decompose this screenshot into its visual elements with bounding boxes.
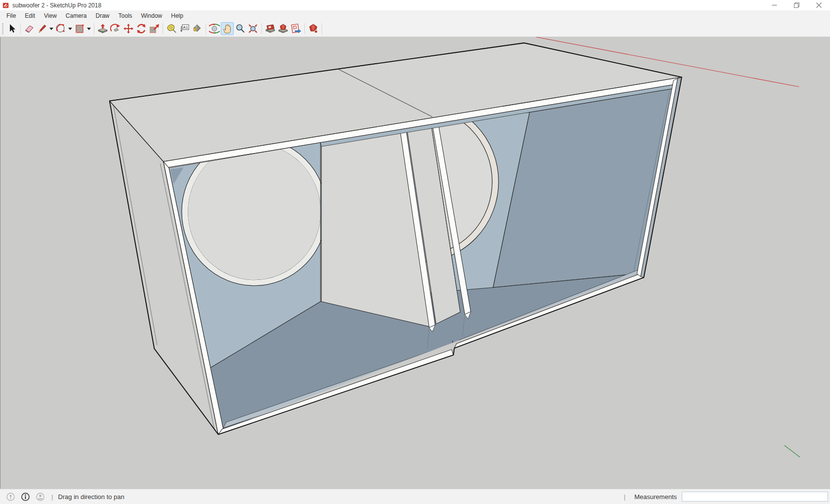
status-separator: | bbox=[624, 493, 625, 501]
push-pull-tool[interactable] bbox=[96, 22, 109, 35]
toolbar-grip[interactable] bbox=[2, 23, 3, 34]
rectangle-icon bbox=[74, 23, 85, 34]
share-model[interactable] bbox=[277, 22, 290, 35]
follow-me-tool[interactable] bbox=[109, 22, 122, 35]
select-tool[interactable] bbox=[5, 22, 18, 35]
magnifier-icon bbox=[235, 23, 246, 34]
layout-doc-icon bbox=[290, 23, 301, 34]
tape-measure-tool[interactable] bbox=[165, 22, 178, 35]
menu-view[interactable]: View bbox=[40, 11, 61, 20]
rectangle-tool-dropdown[interactable] bbox=[86, 22, 92, 35]
menu-camera[interactable]: Camera bbox=[61, 11, 91, 20]
scale-arrow-icon bbox=[149, 23, 160, 34]
status-hint: Drag in direction to pan bbox=[58, 493, 124, 501]
menu-file[interactable]: File bbox=[2, 11, 20, 20]
zoom-tool[interactable] bbox=[234, 22, 247, 35]
text-tool[interactable]: A1 bbox=[178, 22, 191, 35]
restore-icon bbox=[794, 2, 799, 8]
orbit-icon bbox=[209, 23, 220, 34]
modeling-viewport[interactable] bbox=[0, 37, 830, 489]
window-controls bbox=[763, 0, 830, 10]
toolbar-separator bbox=[261, 23, 262, 34]
info-icon[interactable] bbox=[21, 493, 30, 501]
text-a1-icon: A1 bbox=[179, 23, 190, 34]
menu-tools[interactable]: Tools bbox=[114, 11, 137, 20]
toolbar-separator bbox=[20, 23, 21, 34]
toolbar-separator bbox=[206, 23, 206, 34]
eraser-icon bbox=[24, 23, 35, 34]
menu-draw[interactable]: Draw bbox=[91, 11, 114, 20]
share-model-icon bbox=[278, 23, 289, 34]
move-arrows-icon bbox=[123, 23, 134, 34]
geolocation-icon[interactable] bbox=[6, 493, 15, 501]
menu-help[interactable]: Help bbox=[166, 11, 188, 20]
window-title: subwoofer 2 - SketchUp Pro 2018 bbox=[12, 2, 763, 9]
restore-button[interactable] bbox=[786, 0, 808, 10]
line-tool-dropdown[interactable] bbox=[48, 22, 54, 35]
measurements-label: Measurements bbox=[634, 493, 677, 501]
move-tool[interactable] bbox=[122, 22, 135, 35]
line-tool[interactable] bbox=[36, 22, 48, 35]
scale-tool[interactable] bbox=[148, 22, 161, 35]
zoom-extents-tool[interactable] bbox=[247, 22, 259, 35]
toolbar-separator bbox=[94, 23, 94, 34]
orbit-tool[interactable] bbox=[208, 22, 221, 35]
toolbar-separator bbox=[304, 23, 305, 34]
chevron-down-icon bbox=[68, 28, 72, 30]
extension-warehouse[interactable] bbox=[307, 22, 320, 35]
title-bar: subwoofer 2 - SketchUp Pro 2018 bbox=[0, 0, 830, 10]
pan-tool[interactable] bbox=[221, 22, 234, 35]
close-icon bbox=[816, 2, 822, 8]
menu-edit[interactable]: Edit bbox=[20, 11, 40, 20]
model-canvas[interactable] bbox=[0, 37, 830, 489]
arc-tool-dropdown[interactable] bbox=[67, 22, 73, 35]
rotate-arrows-icon bbox=[136, 23, 147, 34]
rotate-tool[interactable] bbox=[135, 22, 148, 35]
follow-me-icon bbox=[110, 23, 121, 34]
paint-bucket-icon bbox=[192, 23, 203, 34]
menu-window[interactable]: Window bbox=[137, 11, 167, 20]
send-to-layout[interactable] bbox=[290, 22, 302, 35]
toolbar-separator bbox=[322, 23, 322, 34]
cursor-arrow-icon bbox=[6, 23, 17, 34]
status-separator: | bbox=[51, 493, 53, 501]
minimize-icon bbox=[772, 2, 777, 8]
user-icon[interactable] bbox=[36, 493, 44, 501]
pan-hand-icon bbox=[222, 23, 233, 34]
toolbar-separator bbox=[163, 23, 163, 34]
menu-bar: File Edit View Camera Draw Tools Window … bbox=[0, 10, 830, 21]
arc-tool[interactable] bbox=[54, 22, 67, 35]
eraser-tool[interactable] bbox=[23, 22, 36, 35]
chevron-down-icon bbox=[49, 28, 53, 30]
extension-gem-icon bbox=[308, 23, 319, 34]
sketchup-logo bbox=[2, 2, 9, 9]
status-bar: | Drag in direction to pan | Measurement… bbox=[0, 489, 830, 504]
push-pull-icon bbox=[97, 23, 108, 34]
3d-warehouse[interactable] bbox=[264, 22, 277, 35]
warehouse-box-icon bbox=[265, 23, 276, 34]
left-woofer-disc bbox=[188, 143, 321, 280]
paint-bucket-tool[interactable] bbox=[191, 22, 204, 35]
rectangle-tool[interactable] bbox=[73, 22, 86, 35]
minimize-button[interactable] bbox=[763, 0, 786, 10]
close-button[interactable] bbox=[808, 0, 830, 10]
arc-icon bbox=[55, 23, 66, 34]
text-tool-glyph: A1 bbox=[183, 25, 188, 30]
tape-measure-icon bbox=[166, 23, 177, 34]
pencil-icon bbox=[37, 23, 47, 34]
toolbar: A1 bbox=[0, 21, 830, 37]
measurements-input[interactable] bbox=[682, 492, 828, 502]
chevron-down-icon bbox=[87, 28, 91, 30]
zoom-extents-icon bbox=[248, 23, 258, 34]
